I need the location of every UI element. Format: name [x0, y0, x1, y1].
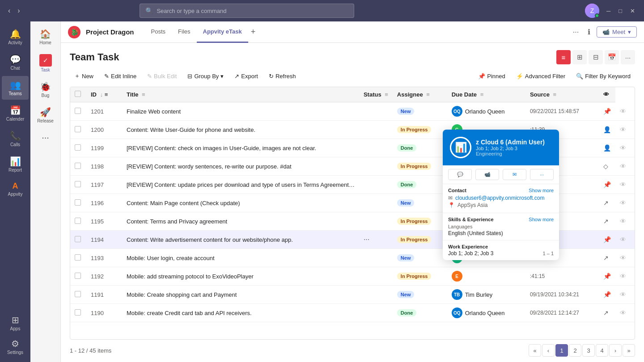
row-checkbox[interactable] — [75, 181, 81, 187]
assignee-cell: OQ Orlando Queen — [452, 307, 521, 318]
row-checkbox[interactable] — [75, 291, 81, 297]
group-by-button[interactable]: ⊟ Group By ▾ — [183, 71, 228, 82]
bulk-edit-button[interactable]: ✎ Bulk Edit — [143, 71, 181, 82]
refresh-button[interactable]: ↻ Refresh — [264, 71, 301, 82]
assignee-avatar[interactable]: E — [452, 271, 462, 282]
calendar-view-button[interactable]: 📅 — [605, 50, 619, 64]
table-row: 1201 Finalize Web content New OQ Orlando… — [70, 102, 635, 121]
row-checkbox[interactable] — [75, 218, 81, 224]
teams-sidebar-bug[interactable]: 🐞 Bug — [32, 78, 59, 101]
row-status: In Progress — [393, 121, 447, 139]
row-checkbox[interactable] — [75, 199, 81, 206]
row-checkbox[interactable] — [75, 144, 81, 151]
popup-email-button[interactable]: ✉ — [503, 169, 526, 180]
status-badge: New — [397, 254, 415, 261]
page-1-button[interactable]: 1 — [555, 344, 568, 357]
id-filter-icon[interactable]: ≡ — [105, 91, 108, 98]
row-flag-cell — [113, 304, 122, 322]
contact-show-more[interactable]: Show more — [529, 188, 554, 193]
filter-keyword-button[interactable]: 🔍 Filter By Keyword — [572, 71, 635, 82]
edit-inline-button[interactable]: ✎ Edit Inline — [100, 71, 141, 82]
sidebar-item-activity[interactable]: 🔔 Activity — [2, 25, 29, 49]
row-checkbox[interactable] — [75, 126, 81, 132]
next-page-button[interactable]: › — [609, 344, 622, 357]
sidebar-item-calls[interactable]: 📞 Calls — [2, 127, 29, 151]
nav-back-button[interactable]: ‹ — [5, 5, 13, 17]
nav-forward-button[interactable]: › — [15, 5, 22, 17]
page-2-button[interactable]: 2 — [569, 344, 581, 357]
row-eye: 👁 — [615, 304, 635, 322]
sidebar-item-settings[interactable]: ⚙ Settings — [2, 335, 29, 358]
row-checkbox[interactable] — [75, 163, 81, 169]
assignee-avatar[interactable]: TB — [452, 289, 462, 300]
teams-sidebar-more[interactable]: ··· — [32, 129, 59, 146]
row-more-cell — [359, 102, 393, 121]
sidebar-item-calendar[interactable]: 📅 Calender — [2, 101, 29, 125]
teams-sidebar-home[interactable]: 🏠 Home — [32, 25, 59, 49]
popup-more-button[interactable]: ··· — [530, 169, 554, 180]
sidebar-item-apps[interactable]: ⊞ Apps — [2, 311, 29, 335]
more-view-button[interactable]: ··· — [621, 50, 635, 64]
add-tab-button[interactable]: + — [248, 21, 258, 43]
row-more-button[interactable]: ··· — [364, 236, 369, 244]
row-status: Done — [393, 176, 447, 194]
sidebar-item-chat[interactable]: 💬 Chat — [2, 51, 29, 74]
teams-sidebar-release[interactable]: 🚀 Release — [32, 103, 59, 127]
popup-video-button[interactable]: 📹 — [475, 169, 499, 180]
row-checkbox[interactable] — [75, 108, 81, 114]
sidebar-item-report[interactable]: 📊 Report — [2, 152, 29, 176]
minimize-button[interactable]: ─ — [603, 6, 614, 16]
list-view-button[interactable]: ≡ — [556, 50, 571, 64]
info-button[interactable]: ℹ — [585, 26, 593, 38]
last-page-button[interactable]: » — [623, 344, 635, 357]
toolbar: ＋ New ✎ Edit Inline ✎ Bulk Edit ⊟ Group … — [70, 70, 635, 82]
row-checkbox[interactable] — [75, 309, 81, 316]
pinned-button[interactable]: 📌 Pinned — [474, 71, 509, 82]
row-checkbox[interactable] — [75, 254, 81, 261]
status-filter-icon[interactable]: ≡ — [385, 91, 388, 98]
id-sort-icon[interactable]: ↓ — [100, 91, 103, 98]
assignee-avatar[interactable]: OQ — [452, 106, 462, 117]
chat-icon: 💬 — [10, 54, 21, 65]
export-button[interactable]: ↗ Export — [230, 71, 263, 82]
maximize-button[interactable]: □ — [615, 6, 626, 16]
advanced-filter-button[interactable]: ⚡ Advanced Filter — [512, 71, 570, 82]
filter-view-button[interactable]: ⊟ — [589, 50, 603, 64]
close-button[interactable]: ✕ — [627, 6, 639, 16]
new-button[interactable]: ＋ New — [70, 70, 98, 82]
assignee-avatar[interactable]: OQ — [452, 307, 462, 318]
title-filter-icon[interactable]: ≡ — [142, 91, 145, 98]
first-page-button[interactable]: « — [529, 344, 541, 357]
page-3-button[interactable]: 3 — [582, 344, 595, 357]
assignee-filter-icon[interactable]: ≡ — [426, 91, 430, 98]
tab-files[interactable]: Files — [172, 21, 196, 43]
row-checkbox[interactable] — [75, 273, 81, 279]
row-id: 1197 — [86, 176, 113, 194]
report-icon: 📊 — [10, 156, 21, 167]
row-checkbox[interactable] — [75, 236, 81, 242]
sidebar-label-report: Report — [8, 168, 22, 173]
more-options-button[interactable]: ··· — [570, 26, 581, 38]
duedate-filter-icon[interactable]: ≡ — [480, 91, 484, 98]
sidebar-item-appvity[interactable]: A Appvity — [2, 178, 29, 200]
sidebar-item-teams[interactable]: 👥 Teams — [2, 76, 29, 100]
popup-chat-button[interactable]: 💬 — [448, 169, 472, 180]
topbar: 🐉 Project Dragon Posts Files Appvity eTa… — [61, 21, 644, 43]
source-filter-icon[interactable]: ≡ — [553, 91, 557, 98]
col-flag — [113, 87, 122, 102]
board-view-button[interactable]: ⊞ — [572, 50, 587, 64]
skills-show-more[interactable]: Show more — [529, 217, 554, 222]
prev-page-button[interactable]: ‹ — [542, 344, 555, 357]
page-4-button[interactable]: 4 — [596, 344, 608, 357]
view-buttons: ≡ ⊞ ⊟ 📅 ··· — [556, 50, 635, 64]
status-badge: Done — [397, 181, 417, 188]
tab-appvity-etask[interactable]: Appvity eTask — [197, 21, 248, 43]
header-checkbox[interactable] — [75, 91, 81, 97]
search-input[interactable] — [157, 8, 348, 14]
meet-button[interactable]: 📹 Meet ▾ — [597, 26, 637, 38]
teams-sidebar-task[interactable]: ✓ Task — [32, 51, 59, 76]
eye-icon: 👁 — [620, 291, 626, 298]
tab-posts[interactable]: Posts — [145, 21, 172, 43]
popup-actions: 💬 📹 ✉ ··· — [443, 165, 559, 184]
user-avatar-wrap[interactable]: Z — [585, 4, 599, 18]
